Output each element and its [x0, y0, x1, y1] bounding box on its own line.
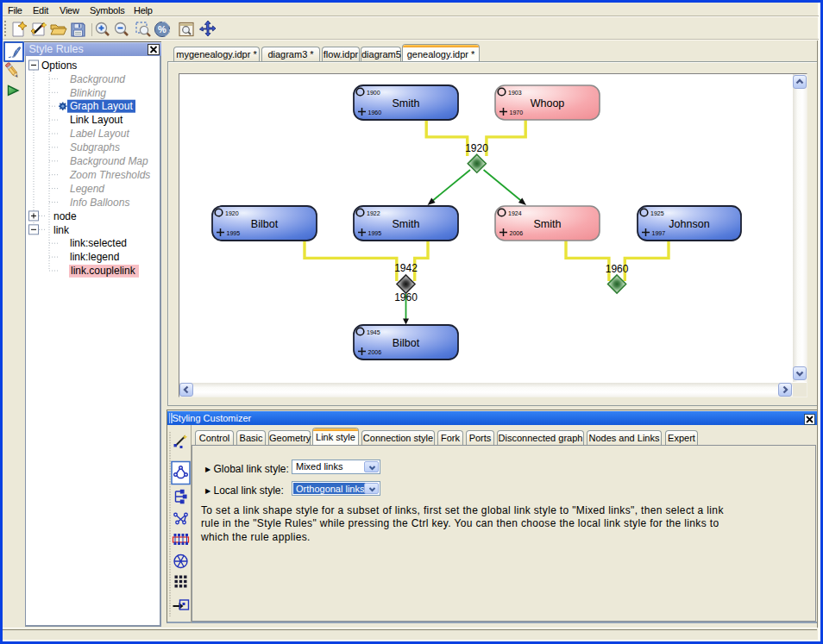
svg-text:Smith: Smith — [393, 97, 420, 109]
svg-text:Background: Background — [70, 73, 125, 85]
svg-text:1960: 1960 — [368, 109, 382, 116]
svg-text:Smith: Smith — [534, 218, 562, 230]
svg-text:Smith: Smith — [393, 218, 420, 230]
svg-text:1970: 1970 — [510, 109, 524, 116]
svg-text:1960: 1960 — [606, 263, 629, 275]
svg-text:Label Layout: Label Layout — [70, 128, 129, 140]
svg-text:1920: 1920 — [225, 210, 239, 216]
svg-text:1995: 1995 — [368, 230, 382, 236]
svg-text:Legend: Legend — [70, 183, 104, 195]
svg-text:Bilbot: Bilbot — [393, 337, 420, 349]
svg-text:Graph Layout: Graph Layout — [70, 100, 133, 112]
svg-text:1925: 1925 — [650, 210, 664, 216]
svg-text:1920: 1920 — [465, 142, 488, 154]
svg-text:2006: 2006 — [368, 349, 382, 355]
svg-text:node: node — [53, 210, 77, 222]
svg-text:%: % — [158, 24, 166, 34]
svg-text:1903: 1903 — [508, 90, 522, 96]
svg-text:link.couplelink: link.couplelink — [71, 265, 136, 277]
svg-text:1960: 1960 — [394, 291, 418, 303]
svg-text:link: link — [53, 224, 70, 236]
svg-text:Whoop: Whoop — [531, 97, 565, 109]
svg-text:Zoom Thresholds: Zoom Thresholds — [69, 169, 150, 181]
svg-text:Subgraphs: Subgraphs — [70, 141, 120, 153]
svg-text:1942: 1942 — [394, 262, 418, 274]
svg-text:1945: 1945 — [367, 329, 380, 335]
svg-text:1995: 1995 — [227, 230, 241, 236]
svg-text:Bilbot: Bilbot — [251, 218, 279, 230]
svg-text:Blinking: Blinking — [70, 87, 106, 99]
svg-text:Link Layout: Link Layout — [70, 114, 123, 126]
svg-text:Johnson: Johnson — [669, 218, 709, 230]
svg-text:link:legend: link:legend — [70, 251, 119, 263]
svg-text:1900: 1900 — [367, 90, 380, 96]
svg-text:Background Map: Background Map — [70, 155, 148, 167]
svg-text:Options: Options — [41, 59, 77, 72]
svg-text:2006: 2006 — [510, 230, 524, 236]
svg-text:1922: 1922 — [367, 210, 380, 216]
svg-text:Info Balloons: Info Balloons — [70, 197, 129, 209]
svg-text:1924: 1924 — [508, 210, 522, 216]
svg-text:link:selected: link:selected — [70, 237, 127, 249]
svg-text:1997: 1997 — [652, 230, 666, 236]
